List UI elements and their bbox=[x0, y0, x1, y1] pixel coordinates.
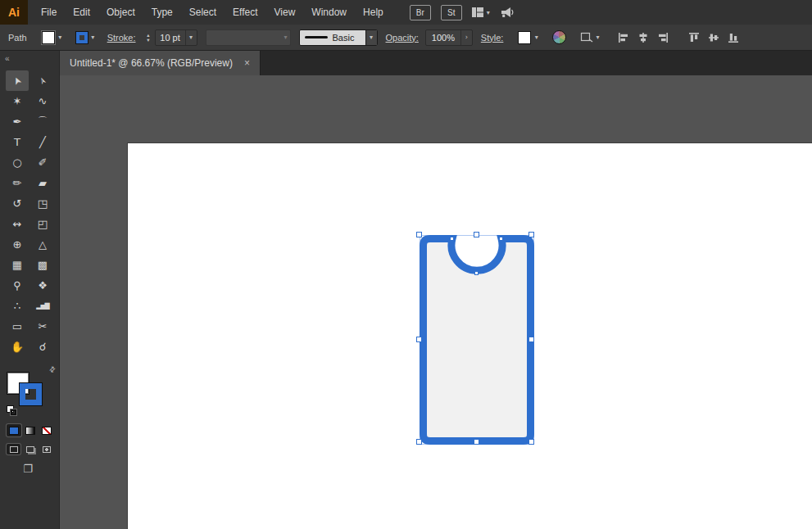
handle-bottom-right[interactable] bbox=[528, 439, 534, 445]
draw-inside-button[interactable] bbox=[39, 444, 53, 454]
shape-builder-tool[interactable]: ⊕ bbox=[6, 234, 29, 255]
align-vertical-bottom-icon bbox=[728, 32, 739, 43]
opacity-value: 100% bbox=[426, 33, 460, 43]
gradient-button[interactable] bbox=[23, 424, 38, 436]
selected-shape[interactable] bbox=[420, 235, 534, 445]
menu-file[interactable]: File bbox=[33, 0, 65, 25]
ellipse-tool[interactable]: ○ bbox=[6, 152, 29, 173]
screen-mode-button[interactable]: ❐ bbox=[20, 463, 36, 475]
graphic-style-dropdown[interactable]: ▾ bbox=[515, 29, 542, 46]
symbol-sprayer-tool[interactable]: ∴ bbox=[6, 296, 29, 316]
opacity-panel-link[interactable]: Opacity: bbox=[386, 33, 419, 43]
workspace-switcher[interactable]: ▾ bbox=[472, 7, 490, 17]
eyedropper-tool[interactable]: ⚲ bbox=[6, 275, 29, 296]
handle-bottom-left[interactable] bbox=[416, 439, 422, 445]
column-graph-icon: ▂▅▇ bbox=[36, 302, 48, 310]
align-horizontal-center-button[interactable] bbox=[634, 29, 652, 47]
solid-color-icon bbox=[9, 427, 19, 435]
menu-select[interactable]: Select bbox=[181, 0, 225, 25]
align-horizontal-right-button[interactable] bbox=[654, 29, 672, 47]
anchor-notch-left[interactable] bbox=[450, 237, 454, 241]
stock-button[interactable]: St bbox=[441, 5, 462, 20]
draw-behind-icon bbox=[26, 446, 34, 453]
blend-tool[interactable]: ❖ bbox=[31, 275, 54, 296]
handle-middle-left[interactable] bbox=[416, 337, 422, 342]
scale-tool[interactable]: ◳ bbox=[31, 193, 54, 214]
rotate-icon: ↺ bbox=[13, 197, 22, 210]
handle-top-center[interactable] bbox=[474, 232, 479, 237]
draw-behind-button[interactable] bbox=[23, 444, 37, 454]
mesh-tool[interactable]: ▦ bbox=[6, 255, 29, 275]
document-tab[interactable]: Untitled-1* @ 66.67% (RGB/Preview) × bbox=[60, 51, 261, 75]
stepper-down-icon[interactable]: ▾ bbox=[147, 38, 149, 43]
brush-definition-dropdown[interactable]: Basic ▾ bbox=[299, 29, 378, 46]
type-tool[interactable]: T bbox=[6, 132, 29, 152]
bridge-button[interactable]: Br bbox=[410, 5, 431, 20]
handle-middle-right[interactable] bbox=[528, 337, 534, 342]
default-fill-stroke-icon[interactable] bbox=[7, 405, 18, 416]
canvas-area[interactable] bbox=[60, 75, 812, 529]
rotate-tool[interactable]: ↺ bbox=[6, 193, 29, 214]
share-button[interactable] bbox=[500, 7, 514, 18]
fill-color-dropdown[interactable]: ▾ bbox=[39, 29, 66, 46]
curvature-tool[interactable]: ⌒ bbox=[31, 111, 54, 132]
align-vertical-bottom-button[interactable] bbox=[724, 29, 742, 47]
slice-tool[interactable]: ✂ bbox=[31, 316, 54, 337]
handle-top-left[interactable] bbox=[416, 232, 422, 237]
stroke-weight-stepper[interactable]: ▴ ▾ bbox=[144, 33, 153, 43]
menu-object[interactable]: Object bbox=[98, 0, 143, 25]
hand-tool[interactable]: ✋ bbox=[6, 337, 29, 357]
menu-edit[interactable]: Edit bbox=[65, 0, 98, 25]
menu-type[interactable]: Type bbox=[143, 0, 181, 25]
swap-fill-stroke-icon[interactable]: ⇄ bbox=[48, 364, 57, 374]
color-wheel-icon bbox=[552, 30, 566, 44]
style-panel-link[interactable]: Style: bbox=[481, 33, 504, 43]
align-vertical-center-button[interactable] bbox=[705, 29, 723, 47]
stroke-color-dropdown[interactable]: ▾ bbox=[73, 29, 99, 46]
width-tool[interactable]: ↭ bbox=[6, 214, 29, 234]
anchor-notch-bottom[interactable] bbox=[474, 271, 479, 275]
magic-wand-icon: ✶ bbox=[13, 95, 22, 107]
stroke-weight-dropdown[interactable]: 10 pt ▾ bbox=[155, 29, 197, 46]
free-transform-icon: ◰ bbox=[38, 218, 48, 230]
zoom-tool[interactable]: ☌ bbox=[31, 337, 54, 357]
document-tab-bar: Untitled-1* @ 66.67% (RGB/Preview) × bbox=[60, 51, 812, 75]
stroke-color-well[interactable] bbox=[20, 383, 42, 405]
align-horizontal-left-button[interactable] bbox=[615, 29, 633, 47]
menu-window[interactable]: Window bbox=[303, 0, 355, 25]
magic-wand-tool[interactable]: ✶ bbox=[6, 91, 29, 111]
handle-bottom-center[interactable] bbox=[474, 439, 479, 445]
pen-tool[interactable]: ✒ bbox=[6, 111, 29, 132]
pencil-tool[interactable]: ✏ bbox=[6, 173, 29, 193]
free-transform-tool[interactable]: ◰ bbox=[31, 214, 54, 234]
selection-tool[interactable]: ➤ bbox=[6, 70, 29, 91]
selection-tool-icon: ➤ bbox=[11, 75, 25, 87]
opacity-dropdown[interactable]: 100% › bbox=[425, 29, 473, 46]
select-similar-dropdown[interactable]: ▾ bbox=[578, 29, 601, 46]
line-segment-tool[interactable]: ╱ bbox=[31, 132, 54, 152]
curvature-icon: ⌒ bbox=[38, 115, 48, 129]
control-bar: Path ▾ ▾ Stroke: ▴ ▾ 10 pt ▾ ▾ Basic ▾ O… bbox=[0, 25, 812, 51]
tab-close-icon[interactable]: × bbox=[244, 57, 250, 69]
column-graph-tool[interactable]: ▂▅▇ bbox=[31, 296, 54, 316]
artboard-tool[interactable]: ▭ bbox=[6, 316, 29, 337]
draw-normal-button[interactable] bbox=[7, 444, 20, 454]
menu-view[interactable]: View bbox=[266, 0, 304, 25]
direct-selection-tool[interactable]: ➢ bbox=[31, 70, 54, 91]
app-logo[interactable]: Ai bbox=[0, 0, 28, 25]
color-button[interactable] bbox=[7, 424, 21, 436]
handle-top-right[interactable] bbox=[528, 232, 534, 237]
align-vertical-top-button[interactable] bbox=[685, 29, 703, 47]
gradient-tool[interactable]: ▩ bbox=[31, 255, 54, 275]
menu-help[interactable]: Help bbox=[355, 0, 392, 25]
collapse-panel-button[interactable]: « bbox=[0, 51, 59, 67]
menu-effect[interactable]: Effect bbox=[225, 0, 265, 25]
eraser-tool[interactable]: ▰ bbox=[31, 173, 54, 193]
anchor-notch-right[interactable] bbox=[499, 237, 503, 241]
lasso-tool[interactable]: ∿ bbox=[31, 91, 54, 111]
stroke-panel-link[interactable]: Stroke: bbox=[107, 33, 136, 43]
recolor-artwork-button[interactable] bbox=[552, 30, 566, 44]
paintbrush-tool[interactable]: ✐ bbox=[31, 152, 54, 173]
none-button[interactable] bbox=[39, 424, 54, 436]
perspective-grid-tool[interactable]: △ bbox=[31, 234, 54, 255]
